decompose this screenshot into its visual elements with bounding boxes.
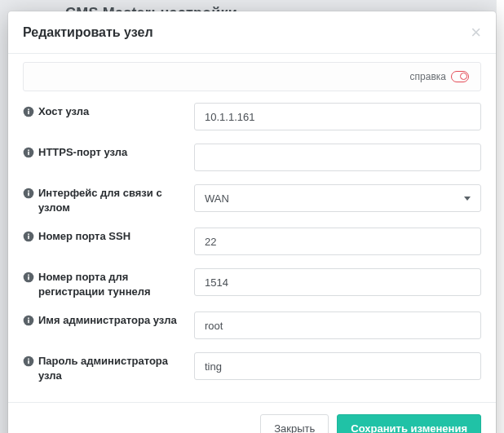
edit-node-modal: Редактировать узел × справка Хост узла <box>8 11 496 433</box>
select-interface-value: WAN <box>205 192 229 205</box>
row-admin-user: Имя администратора узла <box>23 311 481 339</box>
select-interface[interactable]: WAN <box>194 184 481 212</box>
label-admin-pass: Пароль администратора узла <box>23 352 194 382</box>
label-admin-pass-text: Пароль администратора узла <box>38 354 194 382</box>
label-tunnel-port: Номер порта для регистрации туннеля <box>23 268 194 298</box>
modal-header: Редактировать узел × <box>8 11 496 54</box>
label-admin-user-text: Имя администратора узла <box>38 313 177 328</box>
label-ssh-port: Номер порта SSH <box>23 228 194 244</box>
input-https-port[interactable] <box>194 144 481 171</box>
svg-rect-17 <box>28 318 29 320</box>
svg-rect-16 <box>28 320 29 323</box>
save-button[interactable]: Сохранить изменения <box>337 414 481 433</box>
info-icon <box>23 188 34 199</box>
svg-rect-7 <box>28 192 29 196</box>
modal-body: справка Хост узла HTTPS-порт узла <box>8 54 496 402</box>
svg-rect-10 <box>28 236 29 239</box>
row-tunnel-port: Номер порта для регистрации туннеля <box>23 268 481 298</box>
row-host: Хост узла <box>23 103 481 130</box>
input-host[interactable] <box>194 103 481 130</box>
help-label: справка <box>410 71 446 82</box>
row-admin-pass: Пароль администратора узла <box>23 352 481 382</box>
label-admin-user: Имя администратора узла <box>23 311 194 328</box>
info-icon <box>23 231 34 242</box>
info-icon <box>23 106 34 117</box>
input-admin-pass[interactable] <box>194 352 481 380</box>
svg-rect-11 <box>28 234 29 236</box>
svg-rect-19 <box>28 360 29 364</box>
info-icon <box>23 315 34 326</box>
svg-rect-5 <box>28 150 29 152</box>
label-interface: Интерфейс для связи с узлом <box>23 184 194 214</box>
svg-rect-2 <box>28 109 29 111</box>
info-icon <box>23 272 34 283</box>
label-interface-text: Интерфейс для связи с узлом <box>38 186 194 214</box>
chevron-down-icon <box>464 197 471 201</box>
modal-footer: Закрыть Сохранить изменения <box>8 402 496 433</box>
input-admin-user[interactable] <box>194 311 481 339</box>
close-icon[interactable]: × <box>471 24 481 42</box>
input-ssh-port[interactable] <box>194 228 481 255</box>
info-icon <box>23 147 34 158</box>
label-ssh-port-text: Номер порта SSH <box>38 229 130 244</box>
svg-rect-20 <box>28 359 29 360</box>
svg-rect-13 <box>28 276 29 280</box>
modal-title: Редактировать узел <box>23 25 153 40</box>
help-toggle-row[interactable]: справка <box>23 62 481 91</box>
label-https-port-text: HTTPS-порт узла <box>38 145 127 160</box>
close-button[interactable]: Закрыть <box>260 414 329 433</box>
backdrop-panel <box>496 0 504 433</box>
svg-rect-8 <box>28 191 29 192</box>
row-interface: Интерфейс для связи с узлом WAN <box>23 184 481 214</box>
label-https-port: HTTPS-порт узла <box>23 144 194 160</box>
toggle-icon <box>451 71 469 82</box>
info-icon <box>23 356 34 367</box>
label-host: Хост узла <box>23 103 194 119</box>
input-tunnel-port[interactable] <box>194 268 481 296</box>
svg-rect-4 <box>28 152 29 155</box>
label-host-text: Хост узла <box>38 104 89 119</box>
label-tunnel-port-text: Номер порта для регистрации туннеля <box>38 270 194 298</box>
svg-rect-1 <box>28 111 29 114</box>
row-https-port: HTTPS-порт узла <box>23 144 481 171</box>
svg-rect-14 <box>28 275 29 276</box>
row-ssh-port: Номер порта SSH <box>23 228 481 255</box>
